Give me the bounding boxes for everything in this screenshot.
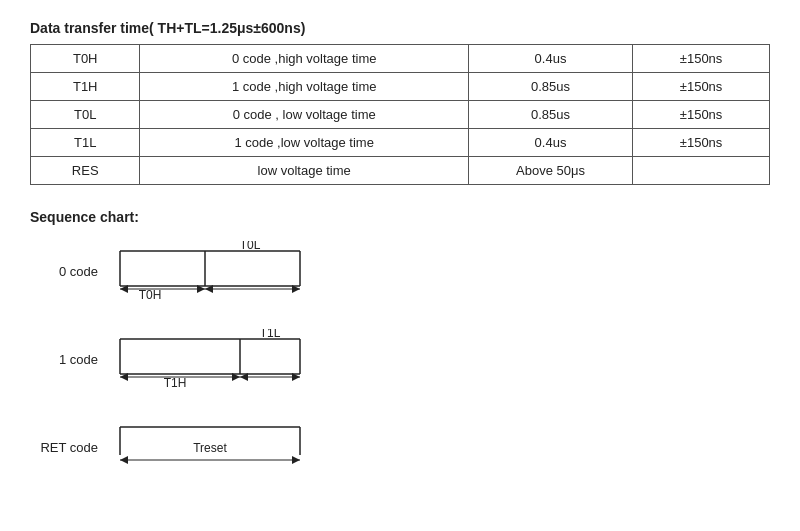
row-name: RES [31, 157, 140, 185]
row-value: 0.85us [468, 101, 632, 129]
row-name: T0H [31, 45, 140, 73]
svg-text:T0H: T0H [139, 288, 162, 301]
table-section: Data transfer time( TH+TL=1.25μs±600ns) … [30, 20, 770, 185]
svg-text:T0L: T0L [240, 241, 261, 252]
table-row: RESlow voltage timeAbove 50μs [31, 157, 770, 185]
row-description: 1 code ,high voltage time [140, 73, 468, 101]
row-name: T0L [31, 101, 140, 129]
row-value: 0.85us [468, 73, 632, 101]
sequence-title: Sequence chart: [30, 209, 770, 225]
row-value: 0.4us [468, 129, 632, 157]
table-row: T0L0 code , low voltage time0.85us±150ns [31, 101, 770, 129]
timing-table: T0H0 code ,high voltage time0.4us±150nsT… [30, 44, 770, 185]
row-value: 0.4us [468, 45, 632, 73]
svg-text:T1L: T1L [260, 329, 281, 340]
row-tolerance [633, 157, 770, 185]
table-row: T1H1 code ,high voltage time0.85us±150ns [31, 73, 770, 101]
row-name: T1L [31, 129, 140, 157]
seq-row-0code: 0 code [30, 241, 770, 301]
table-title: Data transfer time( TH+TL=1.25μs±600ns) [30, 20, 770, 36]
seq-label-0code: 0 code [30, 264, 110, 279]
sequence-section: Sequence chart: 0 code [30, 209, 770, 477]
seq-diagram-retcode: Treset [110, 417, 390, 477]
table-row: T0H0 code ,high voltage time0.4us±150ns [31, 45, 770, 73]
seq-diagram-1code: T1H T1L [110, 329, 390, 389]
seq-diagram-0code: T0H T0L [110, 241, 390, 301]
row-tolerance: ±150ns [633, 73, 770, 101]
seq-label-retcode: RET code [30, 440, 110, 455]
seq-label-1code: 1 code [30, 352, 110, 367]
row-name: T1H [31, 73, 140, 101]
row-description: 0 code , low voltage time [140, 101, 468, 129]
svg-text:T1H: T1H [164, 376, 187, 389]
seq-row-1code: 1 code T1H T1L [30, 329, 770, 389]
svg-text:Treset: Treset [193, 441, 227, 455]
row-description: low voltage time [140, 157, 468, 185]
row-tolerance: ±150ns [633, 129, 770, 157]
row-tolerance: ±150ns [633, 101, 770, 129]
table-row: T1L1 code ,low voltage time0.4us±150ns [31, 129, 770, 157]
row-description: 0 code ,high voltage time [140, 45, 468, 73]
row-description: 1 code ,low voltage time [140, 129, 468, 157]
seq-row-retcode: RET code Treset [30, 417, 770, 477]
row-tolerance: ±150ns [633, 45, 770, 73]
row-value: Above 50μs [468, 157, 632, 185]
